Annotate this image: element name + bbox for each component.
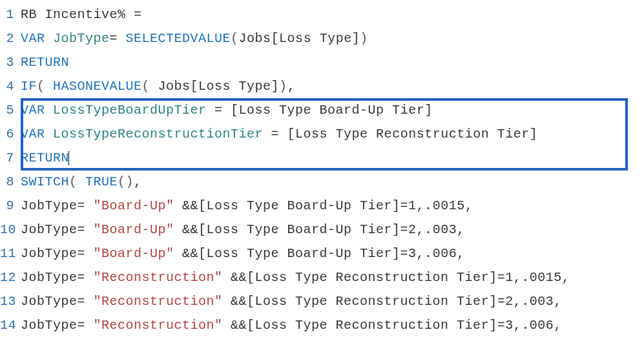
code-content[interactable]: RETURN [21,146,644,170]
token-string: "Reconstruction" [94,270,223,285]
code-line[interactable]: 2VAR JobType= SELECTEDVALUE(Jobs[Loss Ty… [0,26,644,50]
token-default: JobType= [21,270,94,285]
token-string: "Board-Up" [94,222,174,237]
code-content[interactable]: VAR LossTypeReconstructionTier = [Loss T… [21,122,644,146]
code-line[interactable]: 1RB Incentive% = [0,3,644,26]
token-string: "Board-Up" [94,246,174,261]
code-content[interactable]: VAR LossTypeBoardUpTier = [Loss Type Boa… [21,98,644,122]
line-number: 14 [0,313,21,337]
token-default: , [134,174,142,189]
token-keyword: VAR [21,31,45,46]
code-content[interactable]: IF( HASONEVALUE( Jobs[Loss Type]), [21,74,644,98]
token-default: &&[Loss Type Board-Up Tier]=1,.0015, [174,198,473,213]
token-keyword: RETURN [21,55,69,70]
code-content[interactable]: JobType= "Board-Up" &&[Loss Type Board-U… [21,218,644,242]
code-line[interactable]: 13JobType= "Reconstruction" &&[Loss Type… [0,289,644,313]
text-cursor [68,151,69,165]
code-line[interactable]: 7RETURN [0,146,644,170]
code-content[interactable]: JobType= "Reconstruction" &&[Loss Type R… [21,265,644,289]
token-function: HASONEVALUE [53,79,142,94]
code-line[interactable]: 14JobType= "Reconstruction" &&[Loss Type… [0,313,644,337]
token-default: = [110,31,126,46]
token-paren: ( [142,79,158,94]
token-default: JobType= [21,222,94,237]
line-number: 11 [0,242,21,265]
token-identifier: JobType [53,31,110,46]
code-content[interactable]: SWITCH( TRUE(), [21,170,644,194]
code-line[interactable]: 6VAR LossTypeReconstructionTier = [Loss … [0,122,644,146]
code-content[interactable]: RETURN [21,50,644,74]
line-number: 4 [0,74,21,98]
code-line[interactable]: 11JobType= "Board-Up" &&[Loss Type Board… [0,242,644,265]
token-default: &&[Loss Type Reconstruction Tier]=1,.001… [223,270,570,285]
token-default: &&[Loss Type Board-Up Tier]=3,.006, [174,246,465,261]
code-content[interactable]: JobType= "Reconstruction" &&[Loss Type R… [21,289,644,313]
token-string: "Reconstruction" [94,294,223,309]
token-default: = [Loss Type Board-Up Tier] [207,103,433,118]
token-function: IF [21,79,37,94]
token-function: TRUE [85,174,118,189]
code-content[interactable]: VAR JobType= SELECTEDVALUE(Jobs[Loss Typ… [21,26,644,50]
code-line[interactable]: 12JobType= "Reconstruction" &&[Loss Type… [0,265,644,289]
token-paren: () [118,174,134,189]
code-editor[interactable]: 1RB Incentive% =2VAR JobType= SELECTEDVA… [0,3,644,337]
token-string: "Reconstruction" [94,318,223,333]
token-keyword: VAR [21,103,45,118]
token-default: = [Loss Type Reconstruction Tier] [263,127,537,141]
token-paren: ( [69,174,85,189]
token-default: JobType= [21,294,94,309]
token-identifier: LossTypeReconstructionTier [53,127,263,141]
token-paren: ) [360,31,368,46]
token-default [45,127,54,141]
line-number: 3 [0,50,21,74]
code-line[interactable]: 9JobType= "Board-Up" &&[Loss Type Board-… [0,194,644,218]
line-number: 5 [0,98,21,122]
code-line[interactable]: 4IF( HASONEVALUE( Jobs[Loss Type]), [0,74,644,98]
code-line[interactable]: 10JobType= "Board-Up" &&[Loss Type Board… [0,218,644,242]
token-default: RB Incentive% = [21,7,142,22]
code-line[interactable]: 3RETURN [0,50,644,74]
line-number: 6 [0,122,21,146]
token-function: SELECTEDVALUE [126,31,231,46]
code-line[interactable]: 5VAR LossTypeBoardUpTier = [Loss Type Bo… [0,98,644,122]
code-line[interactable]: 8SWITCH( TRUE(), [0,170,644,194]
token-default: &&[Loss Type Reconstruction Tier]=2,.003… [223,294,562,309]
token-keyword: RETURN [21,151,69,165]
token-default: &&[Loss Type Reconstruction Tier]=3,.006… [223,318,562,333]
code-content[interactable]: RB Incentive% = [21,3,644,26]
token-default: JobType= [21,246,94,261]
code-content[interactable]: JobType= "Board-Up" &&[Loss Type Board-U… [21,242,644,265]
token-keyword: VAR [21,127,45,141]
code-content[interactable]: JobType= "Board-Up" &&[Loss Type Board-U… [21,194,644,218]
token-default: Jobs[Loss Type] [158,79,280,94]
line-number: 7 [0,146,21,170]
line-number: 10 [0,218,21,242]
line-number: 9 [0,194,21,218]
token-identifier: LossTypeBoardUpTier [53,103,207,118]
line-number: 13 [0,289,21,313]
line-number: 1 [0,3,21,26]
line-number: 12 [0,265,21,289]
token-function: SWITCH [21,174,69,189]
token-default: JobType= [21,198,94,213]
token-string: "Board-Up" [94,198,174,213]
token-paren: ( [231,31,239,46]
token-default: &&[Loss Type Board-Up Tier]=2,.003, [174,222,465,237]
line-number: 8 [0,170,21,194]
token-default: JobType= [21,318,94,333]
token-paren: ( [37,79,53,94]
line-number: 2 [0,26,21,50]
token-default [45,31,54,46]
token-default: , [287,79,296,94]
token-default: Jobs[Loss Type] [239,31,360,46]
token-paren: ) [279,79,287,94]
token-default [45,103,54,118]
code-content[interactable]: JobType= "Reconstruction" &&[Loss Type R… [21,313,644,337]
